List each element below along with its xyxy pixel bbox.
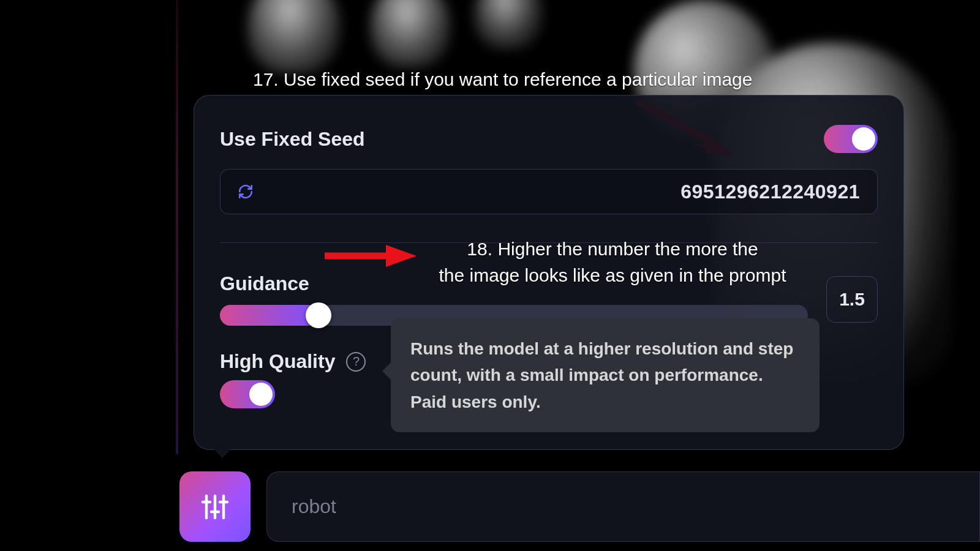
high-quality-label: High Quality — [220, 350, 335, 373]
high-quality-toggle[interactable] — [220, 380, 275, 408]
popover-caret-icon — [213, 449, 232, 458]
prompt-input[interactable]: robot — [266, 471, 980, 542]
fixed-seed-label: Use Fixed Seed — [220, 128, 365, 151]
annotation-seed: 17. Use fixed seed if you want to refere… — [253, 69, 752, 90]
annotation-guidance: 18. Higher the number the more the the i… — [423, 236, 802, 288]
panel-left-border — [176, 0, 178, 454]
seed-input[interactable]: 6951296212240921 — [220, 169, 878, 214]
help-icon[interactable]: ? — [346, 352, 366, 372]
settings-button[interactable] — [179, 471, 251, 542]
svg-marker-4 — [386, 245, 417, 267]
refresh-seed-icon[interactable] — [238, 184, 254, 200]
sliders-icon — [200, 492, 230, 522]
high-quality-tooltip: Runs the model at a higher resolution an… — [391, 318, 820, 432]
guidance-value[interactable]: 1.5 — [826, 276, 878, 323]
slider-thumb[interactable] — [306, 302, 331, 328]
annotation-arrow-guidance — [318, 244, 423, 268]
seed-value: 6951296212240921 — [680, 181, 860, 203]
fixed-seed-toggle[interactable] — [824, 125, 878, 153]
